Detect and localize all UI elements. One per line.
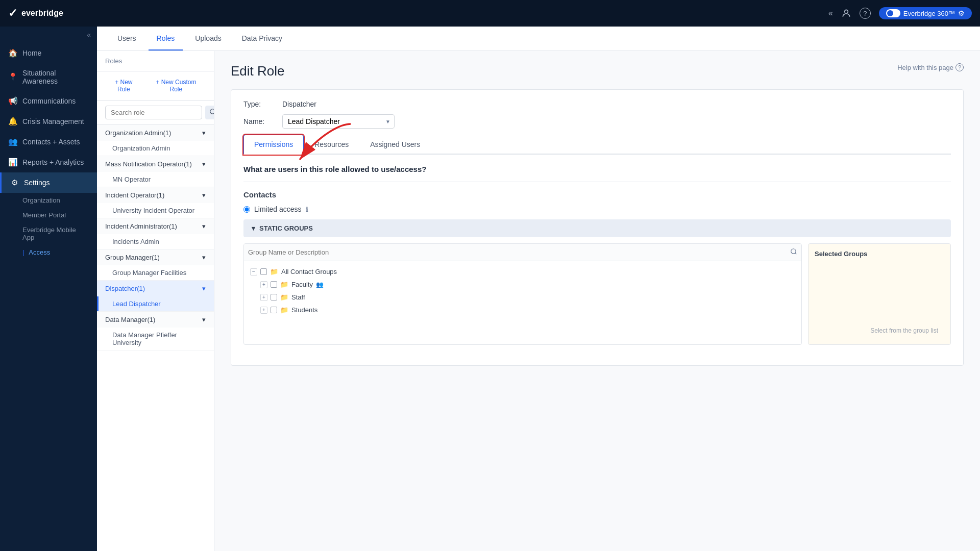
selected-groups-wrap: Select from the group list (815, 262, 944, 338)
role-item-group-mgr-fac[interactable]: Group Manager Facilities (97, 265, 214, 280)
tree-item-staff[interactable]: + 📁 Staff (248, 291, 797, 304)
reports-icon: 📊 (8, 158, 17, 167)
chevron-icon-2: ▾ (202, 160, 206, 168)
expand-staff[interactable]: + (260, 294, 267, 301)
static-groups-header[interactable]: ▾ STATIC GROUPS (243, 219, 951, 237)
sidebar-item-situational[interactable]: 📍 Situational Awareness (0, 63, 97, 91)
checkbox-faculty[interactable] (271, 281, 277, 288)
role-item-org-admin[interactable]: Organization Admin (97, 141, 214, 156)
role-group-header-dispatcher[interactable]: Dispatcher(1) ▾ (97, 281, 214, 296)
sidebar-sub-mobile-app[interactable]: Everbridge Mobile App (0, 222, 97, 245)
sidebar-item-settings[interactable]: ⚙ Settings (0, 172, 97, 193)
help-link[interactable]: Help with this page ? (897, 63, 964, 71)
help-icon[interactable]: ? (860, 8, 871, 19)
tab-resources[interactable]: Resources (304, 135, 359, 155)
role-item-lead-dispatcher[interactable]: Lead Dispatcher (97, 296, 214, 311)
role-group-incident-operator: Incident Operator(1) ▾ University Incide… (97, 187, 214, 218)
sidebar-sub-access[interactable]: | Access (0, 245, 97, 260)
sidebar: « 🏠 Home 📍 Situational Awareness 📢 Commu… (0, 27, 97, 551)
role-item-univ-incident[interactable]: University Incident Operator (97, 203, 214, 218)
everbridge-badge[interactable]: Everbridge 360™ ⚙ (879, 7, 972, 19)
role-group-label-mass-notif: Mass Notification Operator(1) (105, 160, 192, 168)
sidebar-item-contacts[interactable]: 👥 Contacts + Assets (0, 132, 97, 152)
divider (243, 182, 951, 182)
role-group-header-incident-admin[interactable]: Incident Administrator(1) ▾ (97, 218, 214, 234)
collapse-icon[interactable]: « (828, 9, 833, 18)
name-select[interactable]: Lead Dispatcher (282, 114, 395, 129)
sidebar-label-settings: Settings (24, 179, 50, 187)
chevron-icon-6: ▾ (202, 285, 206, 292)
new-custom-role-button[interactable]: + New Custom Role (146, 77, 206, 95)
tab-permissions[interactable]: Permissions (243, 135, 304, 155)
groups-search-input[interactable] (248, 248, 790, 256)
groups-search (244, 244, 801, 261)
sidebar-item-home[interactable]: 🏠 Home (0, 43, 97, 63)
sidebar-item-reports[interactable]: 📊 Reports + Analytics (0, 152, 97, 172)
sidebar-label-communications: Communications (22, 97, 76, 105)
expand-faculty[interactable]: + (260, 281, 267, 288)
contacts-header: Contacts (243, 190, 951, 199)
edit-role-title: Edit Role (231, 63, 285, 79)
role-item-data-mgr-pfeiffer[interactable]: Data Manager Pfieffer University (97, 328, 214, 350)
radio-limited-access[interactable] (243, 206, 250, 213)
tab-roles[interactable]: Roles (149, 27, 183, 51)
info-icon[interactable]: ℹ (306, 206, 308, 213)
tree-item-all-contact-groups[interactable]: − 📁 All Contact Groups (248, 265, 797, 278)
search-role-input[interactable] (105, 106, 202, 119)
sidebar-label-situational: Situational Awareness (22, 69, 89, 85)
checkbox-staff[interactable] (271, 294, 277, 300)
collapse-chevron[interactable]: « (87, 31, 91, 39)
toggle[interactable] (886, 9, 900, 17)
role-group-header-org-admin[interactable]: Organization Admin(1) ▾ (97, 125, 214, 141)
role-group-header-mass-notif[interactable]: Mass Notification Operator(1) ▾ (97, 156, 214, 172)
roles-breadcrumb-link[interactable]: Roles (105, 57, 122, 65)
contacts-section: Contacts Limited access ℹ ▾ STATIC GROUP… (243, 190, 951, 345)
tab-data-privacy[interactable]: Data Privacy (234, 27, 290, 51)
badge-label: Everbridge 360™ (903, 10, 955, 17)
tab-uploads[interactable]: Uploads (187, 27, 229, 51)
sidebar-sub-member-portal[interactable]: Member Portal (0, 208, 97, 222)
contacts-icon: 👥 (8, 137, 17, 146)
search-role-button[interactable] (205, 106, 214, 119)
checkbox-all-contact-groups[interactable] (260, 268, 267, 275)
tree-item-faculty[interactable]: + 📁 Faculty 👥 (248, 278, 797, 291)
tree-label-students: Students (291, 306, 317, 314)
role-group-header-data-manager[interactable]: Data Manager(1) ▾ (97, 312, 214, 328)
tab-users[interactable]: Users (109, 27, 144, 51)
sidebar-sub-organization[interactable]: Organization (0, 193, 97, 208)
expand-students[interactable]: + (260, 307, 267, 314)
sidebar-label-crisis: Crisis Management (22, 117, 84, 126)
tree-item-students[interactable]: + 📁 Students (248, 304, 797, 316)
sidebar-access-label: Access (29, 248, 50, 256)
new-role-button[interactable]: + New Role (105, 77, 142, 95)
crisis-icon: 🔔 (8, 117, 17, 126)
role-item-mn-operator[interactable]: MN Operator (97, 172, 214, 187)
role-item-incidents-admin[interactable]: Incidents Admin (97, 234, 214, 249)
role-group-header-group-manager[interactable]: Group Manager(1) ▾ (97, 249, 214, 265)
name-select-wrap: Lead Dispatcher (282, 114, 395, 129)
expand-all-contact-groups[interactable]: − (250, 268, 257, 276)
roles-breadcrumb: Roles (97, 51, 214, 71)
user-icon[interactable] (841, 8, 851, 18)
roles-actions: + New Role + New Custom Role (97, 71, 214, 101)
role-group-label-data-manager: Data Manager(1) (105, 316, 155, 323)
chevron-icon: ▾ (202, 129, 206, 137)
svg-line-5 (795, 253, 797, 255)
tab-assigned-users[interactable]: Assigned Users (359, 135, 431, 155)
radio-limited-label: Limited access (254, 205, 302, 213)
badge-settings-icon[interactable]: ⚙ (958, 9, 965, 17)
home-icon: 🏠 (8, 48, 17, 58)
communications-icon: 📢 (8, 96, 17, 106)
radio-row-limited: Limited access ℹ (243, 205, 951, 213)
main-area: Users Roles Uploads Data Privacy Roles +… (97, 27, 980, 551)
role-group-data-manager: Data Manager(1) ▾ Data Manager Pfieffer … (97, 312, 214, 350)
checkbox-students[interactable] (271, 307, 277, 313)
topbar-right: « ? Everbridge 360™ ⚙ (828, 7, 972, 19)
role-group-header-incident-operator[interactable]: Incident Operator(1) ▾ (97, 187, 214, 203)
sidebar-item-crisis[interactable]: 🔔 Crisis Management (0, 111, 97, 132)
chevron-icon-7: ▾ (202, 316, 206, 323)
sidebar-collapse[interactable]: « (0, 27, 97, 43)
groups-search-icon[interactable] (790, 248, 797, 257)
sidebar-item-communications[interactable]: 📢 Communications (0, 91, 97, 111)
section-question: What are users in this role allowed to u… (243, 165, 951, 173)
